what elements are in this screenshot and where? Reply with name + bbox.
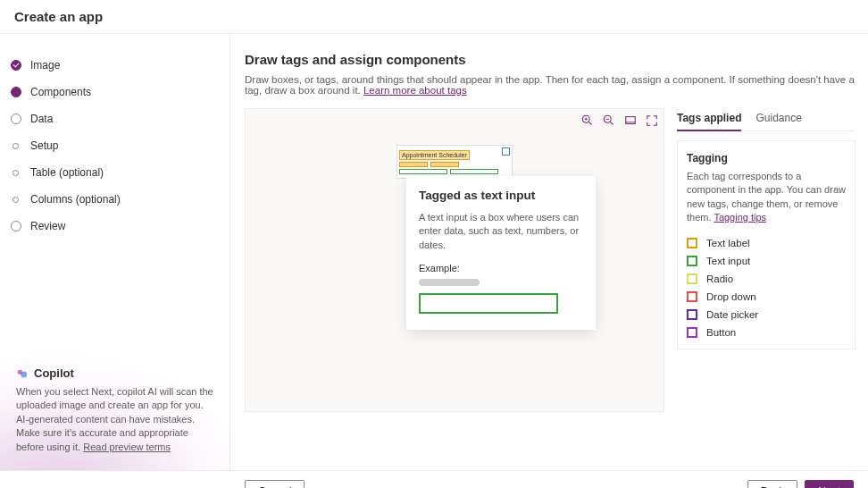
page-header: Create an app	[0, 0, 868, 34]
tagging-title: Tagging	[687, 152, 846, 164]
cancel-button[interactable]: Cancel	[245, 480, 305, 488]
tagging-section: Tagging Each tag corresponds to a compon…	[677, 140, 855, 349]
popup-desc: A text input is a box where users can en…	[419, 211, 583, 252]
step-data[interactable]: Data	[11, 105, 219, 132]
svg-line-7	[610, 122, 613, 124]
legend-button[interactable]: Button	[687, 327, 846, 338]
example-text-input[interactable]	[419, 293, 558, 314]
popup-title: Tagged as text input	[419, 189, 583, 202]
page-title: Create an app	[14, 9, 854, 24]
next-button[interactable]: Next	[805, 480, 854, 488]
swatch-icon	[687, 238, 697, 248]
tag-popup: Tagged as text input A text input is a b…	[406, 176, 596, 330]
zoom-in-icon[interactable]	[581, 114, 594, 127]
copilot-icon	[16, 367, 29, 380]
expand-icon[interactable]	[646, 114, 658, 127]
legend-date-picker[interactable]: Date picker	[687, 309, 846, 320]
learn-more-link[interactable]: Learn more about tags	[363, 85, 467, 96]
step-components[interactable]: Components	[11, 79, 219, 105]
main-panel: Draw tags and assign components Draw box…	[230, 34, 868, 470]
footer: Cancel Back Next	[0, 470, 868, 488]
preview-terms-link[interactable]: Read preview terms	[83, 442, 171, 452]
workspace: Appointment Scheduler Tagged as text inp…	[245, 108, 855, 412]
copilot-card: Copilot When you select Next, copilot AI…	[7, 358, 222, 463]
step-table[interactable]: Table (optional)	[11, 159, 219, 186]
step-list: Image Components Data Setup Table (optio…	[0, 34, 230, 240]
tagging-desc: Each tag corresponds to a component in t…	[687, 170, 846, 225]
preview-label-tag[interactable]	[399, 162, 428, 167]
fit-icon[interactable]	[624, 114, 637, 127]
svg-point-1	[21, 371, 27, 377]
swatch-icon	[687, 291, 697, 302]
legend-text-label[interactable]: Text label	[687, 238, 846, 248]
selection-handle-icon[interactable]	[502, 147, 510, 156]
step-review[interactable]: Review	[11, 213, 219, 240]
tab-guidance[interactable]: Guidance	[755, 108, 801, 130]
legend-text-input[interactable]: Text input	[687, 256, 846, 266]
step-image[interactable]: Image	[11, 52, 219, 79]
preview-input-tag[interactable]	[450, 169, 498, 174]
legend-drop-down[interactable]: Drop down	[687, 291, 846, 302]
svg-line-3	[588, 122, 591, 124]
zoom-out-icon[interactable]	[603, 114, 615, 127]
preview-input-tag[interactable]	[399, 169, 447, 174]
swatch-icon	[687, 309, 697, 320]
swatch-icon	[687, 327, 697, 338]
canvas-pane[interactable]: Appointment Scheduler Tagged as text inp…	[245, 108, 664, 412]
canvas-toolbar	[581, 114, 658, 127]
sidebar: Image Components Data Setup Table (optio…	[0, 34, 230, 470]
step-setup[interactable]: Setup	[11, 132, 219, 159]
back-button[interactable]: Back	[747, 480, 798, 488]
tab-tags-applied[interactable]: Tags applied	[677, 108, 741, 131]
step-columns[interactable]: Columns (optional)	[11, 186, 219, 213]
swatch-icon	[687, 256, 697, 266]
uploaded-image-preview[interactable]: Appointment Scheduler	[396, 145, 513, 179]
preview-title-tag[interactable]: Appointment Scheduler	[399, 150, 470, 160]
copilot-text: When you select Next, copilot AI will sc…	[16, 385, 213, 454]
main-title: Draw tags and assign components	[245, 52, 855, 67]
right-tabs: Tags applied Guidance	[677, 108, 855, 131]
legend-radio[interactable]: Radio	[687, 273, 846, 284]
copilot-title: Copilot	[34, 366, 74, 380]
preview-label-tag[interactable]	[430, 162, 459, 167]
legend-list: Text label Text input Radio Drop down Da…	[687, 238, 846, 338]
example-placeholder	[419, 279, 480, 286]
main-desc: Draw boxes, or tags, around things that …	[245, 74, 855, 96]
main-container: Image Components Data Setup Table (optio…	[0, 34, 868, 470]
right-panel: Tags applied Guidance Tagging Each tag c…	[677, 108, 855, 412]
svg-rect-9	[626, 117, 636, 124]
tagging-tips-link[interactable]: Tagging tips	[714, 212, 766, 223]
popup-example-label: Example:	[419, 263, 583, 273]
swatch-icon	[687, 273, 697, 284]
